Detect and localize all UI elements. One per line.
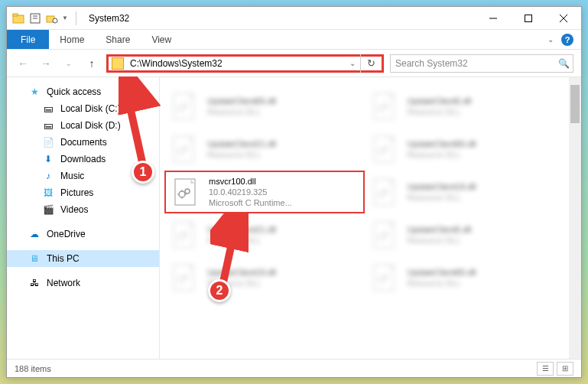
file-item[interactable]: UpdateClient19.dllResource DLL (164, 256, 365, 299)
file-desc: Microsoft C Runtime... (209, 197, 292, 208)
file-desc: Resource DLL (408, 235, 472, 246)
file-item[interactable]: UpdateClient5.dllResource DLL (365, 213, 565, 256)
tab-share[interactable]: Share (95, 30, 141, 49)
svg-rect-1 (13, 14, 18, 16)
folder-icon (112, 57, 124, 70)
address-bar[interactable]: C:\Windows\System32 (127, 58, 345, 69)
dll-icon (369, 90, 401, 122)
file-desc: Resource DLL (408, 192, 476, 203)
refresh-button[interactable]: ↻ (360, 54, 382, 73)
sidebar-label: OneDrive (47, 229, 86, 239)
file-desc: Resource DLL (207, 106, 276, 117)
qat-dropdown-icon[interactable]: ▼ (62, 15, 68, 21)
sidebar-this-pc[interactable]: 🖥This PC (7, 250, 159, 267)
file-tab[interactable]: File (7, 30, 49, 49)
search-icon[interactable]: 🔍 (554, 58, 573, 69)
tab-view[interactable]: View (141, 30, 182, 49)
properties-icon[interactable] (28, 11, 42, 25)
sidebar-item-pictures[interactable]: 🖼Pictures (7, 184, 159, 201)
tab-home[interactable]: Home (49, 30, 95, 49)
item-count: 188 items (15, 364, 51, 373)
file-item[interactable]: UpdateClient5.dllResource DLL (365, 85, 565, 128)
file-name: UpdateClient19.dll (207, 267, 276, 278)
sidebar-onedrive[interactable]: ☁OneDrive (7, 226, 159, 242)
files-grid: UpdateClient65.dllResource DLL UpdateCli… (160, 77, 569, 359)
dll-icon (369, 176, 401, 208)
downloads-icon: ⬇ (42, 153, 54, 165)
videos-icon: 🎬 (42, 203, 54, 216)
scrollbar[interactable] (569, 77, 581, 359)
search-box[interactable]: Search System32 🔍 (390, 54, 573, 73)
file-item[interactable]: UpdateClient65.dllResource DLL (365, 128, 565, 171)
file-item[interactable]: UpdateClient21.dllResource DLL (164, 213, 365, 256)
svg-point-6 (53, 18, 57, 23)
scroll-thumb[interactable] (570, 85, 580, 123)
pictures-icon: 🖼 (42, 187, 54, 199)
search-input[interactable]: Search System32 (391, 58, 554, 69)
pc-icon: 🖥 (28, 252, 41, 265)
documents-icon: 📄 (42, 136, 54, 148)
back-button[interactable]: ← (15, 55, 31, 72)
file-name: UpdateClient65.dll (408, 267, 476, 278)
address-bar-highlight: C:\Windows\System32 ⌄ ↻ (106, 54, 384, 73)
file-desc: Resource DLL (207, 278, 276, 288)
sidebar-quick-access[interactable]: ★ Quick access (7, 83, 159, 100)
dll-icon (369, 262, 401, 294)
dll-icon (369, 133, 401, 165)
file-name: UpdateClient5.dll (408, 224, 472, 235)
sidebar-label: Pictures (60, 187, 93, 198)
file-name: UpdateClient5.dll (408, 96, 472, 106)
forward-button[interactable]: → (37, 55, 54, 72)
dll-icon (171, 176, 203, 208)
drive-icon: 🖴 (42, 119, 54, 132)
file-desc: Resource DLL (408, 106, 472, 117)
dll-icon (169, 219, 201, 251)
file-desc: Resource DLL (408, 278, 476, 288)
sidebar-item-downloads[interactable]: ⬇Downloads (7, 151, 159, 168)
dll-icon (169, 262, 201, 294)
sidebar-label: Music (60, 171, 84, 181)
maximize-button[interactable] (511, 7, 546, 30)
window-controls (476, 7, 581, 30)
sidebar-item-drive-c[interactable]: 🖴Local Disk (C:) (7, 100, 159, 117)
new-folder-icon[interactable] (45, 11, 59, 25)
navigation-bar: ← → ⌄ ↑ C:\Windows\System32 ⌄ ↻ Search S… (7, 50, 581, 77)
file-name: UpdateClient65.dll (207, 96, 276, 106)
minimize-button[interactable] (476, 7, 511, 30)
file-desc: Resource DLL (207, 235, 276, 246)
sidebar-item-music[interactable]: ♪Music (7, 168, 159, 184)
sidebar-label: This PC (47, 253, 80, 264)
sidebar-label: Local Disk (C:) (60, 103, 121, 114)
file-item[interactable]: UpdateClient19.dllResource DLL (365, 171, 565, 213)
file-desc: Resource DLL (207, 149, 276, 160)
details-view-button[interactable]: ☰ (537, 362, 554, 376)
close-button[interactable] (546, 7, 581, 30)
file-item[interactable]: UpdateClient21.dllResource DLL (164, 128, 365, 171)
up-button[interactable]: ↑ (83, 55, 100, 72)
ribbon: File Home Share View ⌄ ? (7, 30, 581, 50)
sidebar-network[interactable]: 🖧Network (7, 275, 159, 291)
file-item[interactable]: UpdateClient65.dllResource DLL (365, 256, 565, 299)
address-dropdown-icon[interactable]: ⌄ (345, 59, 360, 67)
sidebar-label: Network (47, 278, 80, 288)
window-title: System32 (89, 13, 129, 24)
file-item-highlighted[interactable]: msvcr100.dll10.0.40219.325Microsoft C Ru… (164, 171, 365, 213)
sidebar-item-videos[interactable]: 🎬Videos (7, 201, 159, 218)
help-icon[interactable]: ? (561, 34, 573, 46)
file-version: 10.0.40219.325 (209, 187, 292, 197)
sidebar-item-drive-d[interactable]: 🖴Local Disk (D:) (7, 117, 159, 134)
sidebar-label: Downloads (60, 154, 106, 164)
sidebar-label: Documents (60, 137, 107, 148)
recent-dropdown-icon[interactable]: ⌄ (60, 55, 77, 72)
separator (76, 11, 76, 25)
explorer-window: ▼ System32 File Home Share View ⌄ ? ← → … (6, 6, 582, 378)
sidebar-item-documents[interactable]: 📄Documents (7, 134, 159, 151)
tiles-view-button[interactable]: ⊞ (557, 362, 573, 376)
file-item[interactable]: UpdateClient65.dllResource DLL (164, 85, 365, 128)
status-bar: 188 items ☰ ⊞ (7, 359, 581, 377)
file-desc: Resource DLL (408, 149, 476, 160)
folder-icon (11, 11, 25, 25)
dll-icon (169, 133, 201, 165)
expand-ribbon-icon[interactable]: ⌄ (547, 35, 554, 44)
network-icon: 🖧 (28, 277, 41, 289)
